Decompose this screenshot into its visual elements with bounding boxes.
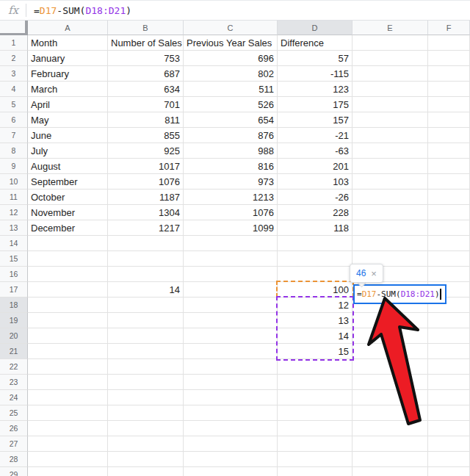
cell-D4[interactable]: 123 [278, 82, 352, 97]
cell-F2[interactable] [428, 51, 470, 66]
cell-F4[interactable] [428, 82, 470, 97]
cell-F12[interactable] [428, 205, 470, 220]
cell-F22[interactable] [428, 359, 470, 375]
row-header-28[interactable]: 28 [0, 452, 28, 467]
cell-D26[interactable] [278, 421, 352, 436]
cell-F16[interactable] [428, 267, 470, 282]
row-header-24[interactable]: 24 [0, 390, 28, 405]
cell-E29[interactable] [352, 467, 428, 476]
cell-E9[interactable] [352, 159, 428, 174]
row-header-18[interactable]: 18 [0, 298, 28, 313]
cell-A20[interactable] [28, 328, 108, 344]
cell-C14[interactable] [184, 236, 278, 251]
cell-A12[interactable]: November [28, 205, 108, 220]
cell-C19[interactable] [184, 313, 278, 328]
cell-E7[interactable] [352, 128, 428, 143]
row-header-29[interactable]: 29 [0, 467, 28, 476]
cell-D28[interactable] [278, 452, 352, 467]
cell-F13[interactable] [428, 220, 470, 236]
cell-E13[interactable] [352, 220, 428, 236]
cell-E10[interactable] [352, 174, 428, 190]
cell-B15[interactable] [108, 251, 184, 267]
cell-A26[interactable] [28, 421, 108, 436]
cell-F29[interactable] [428, 467, 470, 476]
cell-B21[interactable] [108, 344, 184, 359]
cell-D22[interactable] [278, 359, 352, 375]
cell-A28[interactable] [28, 452, 108, 467]
cell-D14[interactable] [278, 236, 352, 251]
cell-A11[interactable]: October [28, 190, 108, 205]
cell-B28[interactable] [108, 452, 184, 467]
cell-B2[interactable]: 753 [108, 51, 184, 66]
cell-B19[interactable] [108, 313, 184, 328]
cell-F15[interactable] [428, 251, 470, 267]
row-header-26[interactable]: 26 [0, 421, 28, 436]
cell-D13[interactable]: 118 [278, 220, 352, 236]
row-header-25[interactable]: 25 [0, 405, 28, 421]
column-header-A[interactable]: A [28, 21, 108, 35]
cell-F19[interactable] [428, 313, 470, 328]
cell-B10[interactable]: 1076 [108, 174, 184, 190]
cell-C8[interactable]: 988 [184, 143, 278, 159]
cell-B22[interactable] [108, 359, 184, 375]
cell-E3[interactable] [352, 66, 428, 82]
cell-C22[interactable] [184, 359, 278, 375]
cell-B14[interactable] [108, 236, 184, 251]
cell-F10[interactable] [428, 174, 470, 190]
cell-C29[interactable] [184, 467, 278, 476]
cell-A27[interactable] [28, 436, 108, 452]
cell-B27[interactable] [108, 436, 184, 452]
cell-D20[interactable]: 14 [278, 328, 352, 344]
row-header-6[interactable]: 6 [0, 112, 28, 128]
cell-D19[interactable]: 13 [278, 313, 352, 328]
row-header-17[interactable]: 17 [0, 282, 28, 298]
row-header-4[interactable]: 4 [0, 82, 28, 97]
cell-E6[interactable] [352, 112, 428, 128]
cell-E12[interactable] [352, 205, 428, 220]
column-header-B[interactable]: B [108, 21, 184, 35]
row-header-14[interactable]: 14 [0, 236, 28, 251]
cell-D29[interactable] [278, 467, 352, 476]
row-header-9[interactable]: 9 [0, 159, 28, 174]
cell-C11[interactable]: 1213 [184, 190, 278, 205]
cell-A4[interactable]: March [28, 82, 108, 97]
cell-A22[interactable] [28, 359, 108, 375]
cell-A14[interactable] [28, 236, 108, 251]
cell-D1[interactable]: Difference [278, 35, 352, 51]
cell-B9[interactable]: 1017 [108, 159, 184, 174]
cell-F26[interactable] [428, 421, 470, 436]
cell-C24[interactable] [184, 390, 278, 405]
cell-F7[interactable] [428, 128, 470, 143]
cell-A10[interactable]: September [28, 174, 108, 190]
cell-F27[interactable] [428, 436, 470, 452]
cell-D17[interactable]: 100 [278, 282, 352, 298]
cell-C18[interactable] [184, 298, 278, 313]
cell-B24[interactable] [108, 390, 184, 405]
cell-B11[interactable]: 1187 [108, 190, 184, 205]
cell-D7[interactable]: -21 [278, 128, 352, 143]
cell-C2[interactable]: 696 [184, 51, 278, 66]
cell-F28[interactable] [428, 452, 470, 467]
cell-C4[interactable]: 511 [184, 82, 278, 97]
cell-B17[interactable]: 14 [108, 282, 184, 298]
row-header-10[interactable]: 10 [0, 174, 28, 190]
formula-input[interactable]: =D17-SUM(D18:D21) [34, 5, 131, 16]
cell-F14[interactable] [428, 236, 470, 251]
cell-E2[interactable] [352, 51, 428, 66]
cell-F25[interactable] [428, 405, 470, 421]
cell-D15[interactable] [278, 251, 352, 267]
cell-D27[interactable] [278, 436, 352, 452]
cell-C17[interactable] [184, 282, 278, 298]
cell-F6[interactable] [428, 112, 470, 128]
cell-F24[interactable] [428, 390, 470, 405]
cell-C6[interactable]: 654 [184, 112, 278, 128]
cell-C16[interactable] [184, 267, 278, 282]
cell-A2[interactable]: January [28, 51, 108, 66]
cell-C28[interactable] [184, 452, 278, 467]
cell-A3[interactable]: February [28, 66, 108, 82]
cell-F20[interactable] [428, 328, 470, 344]
cell-E1[interactable] [352, 35, 428, 51]
row-header-22[interactable]: 22 [0, 359, 28, 375]
cell-A21[interactable] [28, 344, 108, 359]
row-header-21[interactable]: 21 [0, 344, 28, 359]
